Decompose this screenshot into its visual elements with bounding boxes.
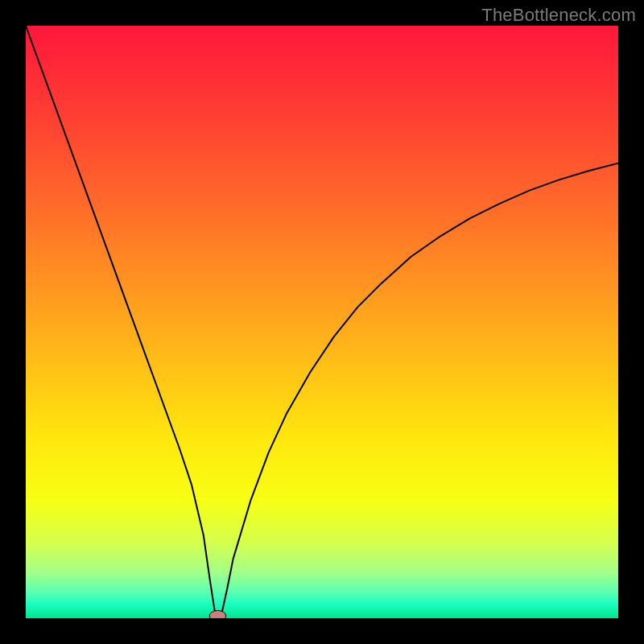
watermark-text: TheBottleneck.com: [481, 5, 636, 26]
gradient-background: [26, 26, 618, 618]
chart-svg: [26, 26, 618, 618]
min-point-marker: [209, 610, 226, 618]
plot-area: [26, 26, 618, 618]
chart-frame: TheBottleneck.com: [0, 0, 644, 644]
